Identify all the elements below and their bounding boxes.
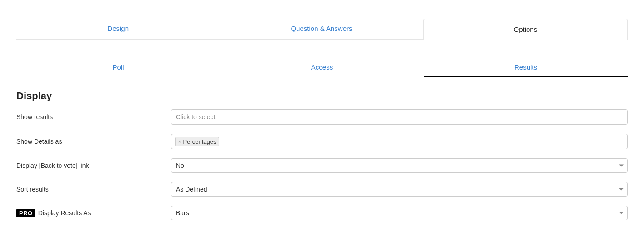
row-show-details-as: Show Details as × Percentages [16,134,628,149]
tab-design[interactable]: Design [16,18,220,39]
label-display-results-as-text: Display Results As [38,209,91,217]
label-sort-results: Sort results [16,186,171,193]
label-show-details-as: Show Details as [16,138,171,145]
main-tabs: Design Question & Answers Options [16,18,628,40]
row-sort-results: Sort results As Defined [16,182,628,197]
tag-label: Percentages [183,138,216,145]
subtab-access[interactable]: Access [220,58,424,77]
sort-results-value: As Defined [176,186,207,193]
caret-down-icon [619,188,624,191]
row-show-results: Show results Click to select [16,109,628,125]
subtab-poll[interactable]: Poll [16,58,220,77]
row-back-to-vote: Display [Back to vote] link No [16,158,628,173]
back-to-vote-select[interactable]: No [171,158,628,173]
display-results-as-select[interactable]: Bars [171,206,628,220]
show-results-placeholder: Click to select [175,112,215,121]
show-details-as-input[interactable]: × Percentages [171,134,628,149]
tab-question-answers[interactable]: Question & Answers [220,18,423,39]
label-display-results-as: PRO Display Results As [16,209,171,217]
close-icon[interactable]: × [178,139,181,144]
tag-percentages[interactable]: × Percentages [175,137,219,146]
sort-results-select[interactable]: As Defined [171,182,628,197]
display-results-as-value: Bars [176,209,189,217]
caret-down-icon [619,212,624,214]
back-to-vote-value: No [176,162,184,169]
subtab-results[interactable]: Results [424,58,628,77]
label-back-to-vote: Display [Back to vote] link [16,162,171,169]
pro-badge: PRO [16,209,35,217]
sub-tabs: Poll Access Results [16,58,628,77]
tab-options[interactable]: Options [423,19,628,40]
show-results-input[interactable]: Click to select [171,109,628,125]
row-display-results-as: PRO Display Results As Bars [16,206,628,220]
section-title-display: Display [16,90,628,102]
caret-down-icon [619,165,624,167]
label-show-results: Show results [16,113,171,121]
